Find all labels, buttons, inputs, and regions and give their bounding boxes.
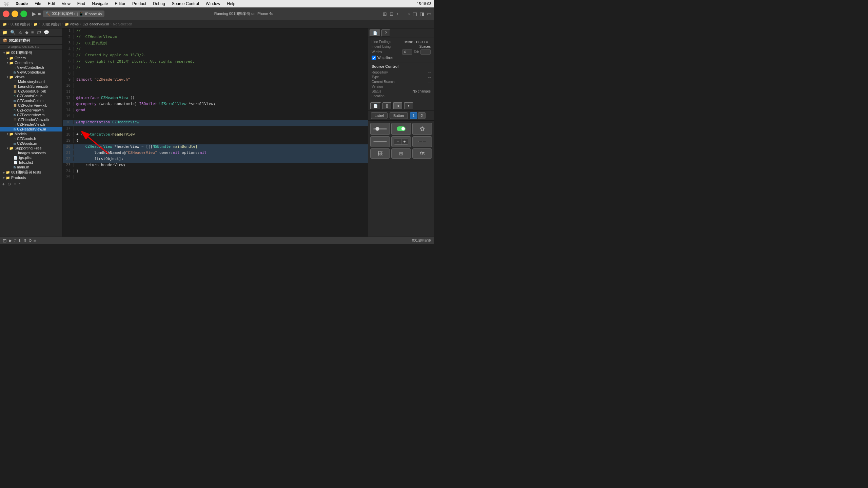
menu-source-control[interactable]: Source Control (171, 1, 200, 6)
structure-button[interactable]: ⊞ (383, 11, 387, 17)
filter-button[interactable]: ≡ (14, 182, 16, 186)
menu-window[interactable]: Window (204, 1, 222, 6)
map-control[interactable]: 🗺 (412, 148, 432, 159)
sidebar-diamond-icon[interactable]: ◆ (25, 30, 28, 35)
sidebar-item-root[interactable]: ▾ 📁 001团购案例 (0, 50, 62, 56)
menu-find[interactable]: Find (76, 1, 86, 6)
sidebar-item-models[interactable]: ▾ 📁 Models (0, 131, 62, 136)
segmented-control[interactable] (412, 136, 432, 147)
menu-help[interactable]: Help (225, 1, 237, 6)
sidebar-item-czgoods_m[interactable]: m CZGoods.m (0, 141, 62, 146)
debug-run[interactable]: ▶ (9, 238, 12, 243)
run-button[interactable]: ▶ (32, 11, 36, 17)
menu-navigate[interactable]: Navigate (91, 1, 109, 6)
sidebar-chat-icon[interactable]: 💬 (44, 30, 49, 35)
wrap-lines-checkbox[interactable] (372, 56, 376, 60)
scheme-selector[interactable]: 🔨 001团购案例 › | 📱 iPhone 4s (43, 11, 104, 17)
line-content-12[interactable]: @interface CZHeaderView () (76, 96, 368, 100)
button-button[interactable]: Button (390, 112, 408, 119)
breadcrumb-file[interactable]: CZHeaderView.m (82, 22, 109, 26)
sidebar-item-czheaderview_h[interactable]: h CZHeaderView.h (0, 122, 62, 127)
breadcrumb-selection[interactable]: No Selection (113, 22, 132, 26)
debug-toggle[interactable]: ◨ (420, 11, 424, 17)
continue-btn[interactable]: ⥁ (29, 238, 32, 243)
slider-control[interactable] (370, 123, 390, 135)
quick-help-tab[interactable]: ? (381, 29, 390, 37)
menu-editor[interactable]: Editor (114, 1, 127, 6)
line-content-1[interactable]: // (76, 28, 368, 33)
breadcrumb-views[interactable]: 001团购案例 (42, 22, 61, 27)
spinner-control[interactable]: ✿ (412, 123, 432, 135)
label-button[interactable]: Label (371, 112, 388, 119)
num1-button[interactable]: 1 (410, 112, 417, 119)
menu-file[interactable]: File (33, 1, 42, 6)
apple-menu[interactable]: ⌘ (3, 1, 10, 6)
grid-control[interactable]: ⊞ (391, 148, 411, 159)
window-zoom-button[interactable] (20, 11, 27, 17)
step-in[interactable]: ⬇ (18, 238, 21, 243)
sidebar-item-main_m[interactable]: m main.m (0, 165, 62, 169)
line-content-19[interactable]: { (76, 138, 368, 143)
num2-button[interactable]: 2 (418, 112, 426, 119)
sidebar-folder-icon[interactable]: 📁 (2, 30, 7, 35)
console-toggle[interactable]: ⊡ (3, 238, 7, 243)
stop-button[interactable]: ■ (38, 11, 41, 17)
file-inspector-tab[interactable]: 📄 (370, 29, 380, 37)
sidebar-item-info_plist[interactable]: 📄 Info.plist (0, 160, 62, 165)
line-content-6[interactable]: // Copyright (c) 2015年 itcast. All right… (76, 59, 368, 64)
sidebar-item-others[interactable]: ▸ 📁 Others (0, 56, 62, 60)
sidebar-item-images_xcassets[interactable]: ☰ Images.xcassets (0, 150, 62, 155)
debug-view[interactable]: ⧈ (34, 238, 36, 243)
line-content-2[interactable]: // CZHeaderView.m (76, 35, 368, 39)
menu-view[interactable]: View (60, 1, 72, 6)
sidebar-item-supporting[interactable]: ▾ 📁 Supporting Files (0, 146, 62, 150)
sidebar-item-tests[interactable]: ▸ 📁 001团购案例Tests (0, 169, 62, 175)
breadcrumb-folder[interactable]: 📁 (34, 22, 38, 26)
sidebar-warning-icon[interactable]: ⚠ (18, 30, 22, 35)
code-editor[interactable]: 1//2// CZHeaderView.m3// 001团购案例4//5// C… (63, 28, 368, 237)
line-content-21[interactable]: loadNibNamed:@"CZHeaderView" owner:nil o… (76, 150, 368, 155)
widths-input[interactable] (402, 49, 412, 55)
sidebar-list-icon[interactable]: ≡ (31, 30, 34, 35)
line-content-4[interactable]: // (76, 47, 368, 51)
identity-inspector-tab[interactable]: 📄 (370, 102, 381, 109)
window-close-button[interactable] (3, 11, 9, 17)
sidebar-item-main_storyboard[interactable]: ☰ Main.storyboard (0, 79, 62, 84)
sidebar-item-czgoodscell_h[interactable]: h CZGoodsCell.h (0, 94, 62, 98)
sidebar-tag-icon[interactable]: 🏷 (37, 30, 41, 35)
step-out[interactable]: ⬆ (23, 238, 27, 243)
line-content-5[interactable]: // Created by apple on 15/3/2. (76, 53, 368, 57)
sidebar-item-views[interactable]: ▾ 📁 Views (0, 75, 62, 79)
breadcrumb-subfolder[interactable]: 📁 Views (65, 22, 79, 26)
sidebar-item-czfooterview_m[interactable]: m CZFooterView.m (0, 113, 62, 117)
line-content-13[interactable]: @property (weak, nonatomic) IBOutlet UIS… (76, 102, 368, 106)
sidebar-item-viewcontroller_h[interactable]: h ViewController.h (0, 65, 62, 70)
menu-edit[interactable]: Edit (46, 1, 56, 6)
add-file-button[interactable]: + (2, 181, 5, 187)
line-content-9[interactable]: #import "CZHeaderView.h" (76, 77, 368, 82)
connections-inspector-tab[interactable]: ✦ (404, 102, 413, 109)
utilities-toggle[interactable]: ▭ (427, 11, 431, 17)
tab-input[interactable] (420, 49, 431, 55)
recent-files-button[interactable]: ⊙ (7, 182, 11, 186)
assistant-button[interactable]: ⊟ (390, 11, 394, 17)
attributes-inspector-tab[interactable]: {} (382, 102, 392, 109)
sidebar-item-viewcontroller_m[interactable]: m ViewController.m (0, 70, 62, 75)
sidebar-item-tgs_plist[interactable]: 📄 tgs.plist (0, 155, 62, 160)
sort-button[interactable]: ↕ (19, 182, 21, 186)
sidebar-item-czheaderview_m[interactable]: m CZHeaderView.m (0, 127, 62, 131)
sidebar-search-icon[interactable]: 🔍 (10, 30, 16, 35)
line-content-7[interactable]: // (76, 65, 368, 69)
stepper-control[interactable]: − + (391, 136, 411, 147)
line-content-23[interactable]: return headerView; (76, 163, 368, 167)
stepper-widget[interactable]: − + (394, 139, 408, 145)
sidebar-item-czfooterview_xib[interactable]: ☰ CZFooterView.xib (0, 103, 62, 108)
line-content-20[interactable]: CZHeaderView *headerView = [[[NSBundle m… (76, 144, 368, 149)
progress-control[interactable] (370, 136, 390, 147)
line-content-16[interactable]: @implementation CZHeaderView (76, 120, 368, 124)
line-content-3[interactable]: // 001团购案例 (76, 41, 368, 46)
window-minimize-button[interactable] (12, 11, 18, 17)
line-content-24[interactable]: } (76, 169, 368, 173)
sidebar-item-czfooterview_h[interactable]: h CZFooterView.h (0, 108, 62, 113)
sidebar-item-czheaderview_xib[interactable]: ☰ CZHeaderView.xib (0, 117, 62, 122)
